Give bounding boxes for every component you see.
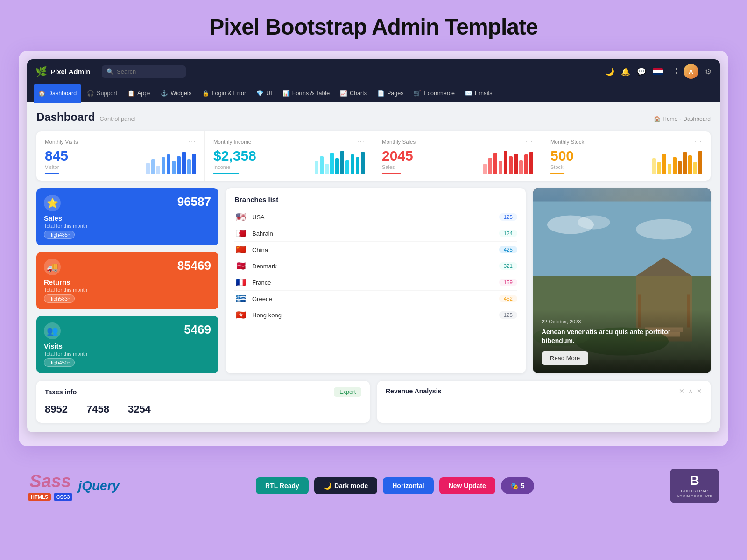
revenue-controls: ✕ ∧ ✕ [679,387,702,395]
menu-ui[interactable]: 💎 UI [252,84,277,103]
stat-visits-value: 845 [45,148,68,163]
sales-subtitle: Total for this month [44,223,211,229]
branch-usa: 🇺🇸 USA 125 [234,209,517,225]
image-date: 22 October, 2023 [542,319,702,324]
menu-widgets-icon: ⚓ [161,90,168,97]
avatar[interactable]: A [684,64,698,79]
revenue-expand-icon[interactable]: ✕ [697,387,702,395]
branch-france: 🇫🇷 France 159 [234,274,517,291]
new-update-button[interactable]: New Update [439,477,495,494]
search-box[interactable]: 🔍 [102,65,186,78]
stats-grid: Monthly Visits ··· 845 Visitor [36,131,711,181]
breadcrumb-icon: 🏠 [654,116,661,122]
image-card: 22 October, 2023 Aenean venenatis arcu q… [533,188,711,373]
moon-icon[interactable]: 🌙 [605,67,614,76]
flag-china: 🇨🇳 [234,245,247,254]
branch-name-france: France [252,279,494,286]
feature-badges: RTL Ready 🌙 Dark mode Horizontal New Upd… [256,477,534,494]
admin-frame: 🌿 Pixel Admin 🔍 🌙 🔔 💬 ⛶ A ⚙ [27,59,720,432]
branch-name-hongkong: Hong kong [252,312,494,319]
tax-value-1: 8952 [45,403,68,415]
flag-bahrain: 🇧🇭 [234,229,247,238]
menu-forms-table[interactable]: 📊 Forms & Table [278,84,334,103]
revenue-collapse-icon[interactable]: ∧ [688,387,693,395]
count-icon: 🎭 [510,482,518,490]
count-button[interactable]: 🎭 5 [501,477,534,494]
menu-emails-label: Emails [475,90,493,97]
branch-count-france: 159 [499,279,517,286]
menu-charts[interactable]: 📈 Charts [335,84,372,103]
read-more-button[interactable]: Read More [542,351,588,365]
breadcrumb-home[interactable]: Home [662,116,677,122]
branch-name-bahrain: Bahrain [252,230,494,237]
stat-monthly-income: Monthly Income ··· $2,358 Income [205,131,374,181]
menu-widgets[interactable]: ⚓ Widgets [156,84,196,103]
horizontal-button[interactable]: Horizontal [383,477,433,494]
menubar: 🏠 Dashboard 🎧 Support 📋 Apps ⚓ Widgets 🔒… [27,84,720,102]
menu-forms-label: Forms & Table [292,90,330,97]
menu-dashboard[interactable]: 🏠 Dashboard [34,84,81,103]
chat-icon[interactable]: 💬 [637,67,646,76]
flag-hongkong: 🇭🇰 [234,310,247,320]
dark-mode-icon: 🌙 [324,482,331,490]
menu-support-icon: 🎧 [87,90,94,97]
flag-usa: 🇺🇸 [234,212,247,222]
stat-income-menu[interactable]: ··· [357,138,365,146]
branch-name-denmark: Denmark [252,263,494,270]
stat-stock-sub: Stock [550,164,574,170]
tax-value-2: 7458 [86,403,109,415]
image-overlay: 22 October, 2023 Aenean venenatis arcu q… [533,309,711,373]
menu-dashboard-icon: 🏠 [38,90,46,97]
branch-count-china: 425 [499,246,517,253]
taxes-card: Taxes info Export 8952 7458 3254 [36,381,370,423]
dark-mode-button[interactable]: 🌙 Dark mode [314,477,377,494]
stat-visits-label: Monthly Visits [45,139,78,145]
menu-apps[interactable]: 📋 Apps [123,84,155,103]
stat-visits-chart [146,151,196,174]
flag-greece: 🇬🇷 [234,294,247,303]
bootstrap-logo: B BOOTSTRAP Admin Template [670,469,719,503]
stat-monthly-stock: Monthly Stock ··· 500 Stock [542,131,711,181]
page-title: Pixel Bootstrap Admin Template [0,0,747,51]
export-button[interactable]: Export [334,387,361,397]
returns-icon: 🚚 [44,259,61,275]
bootstrap-sublabel: Admin Template [677,494,712,498]
menu-ecommerce[interactable]: 🛒 Ecommerce [409,84,459,103]
branch-count-bahrain: 124 [499,230,517,237]
stat-visits-menu[interactable]: ··· [189,138,196,146]
stat-income-chart [315,151,365,174]
branch-bahrain: 🇧🇭 Bahrain 124 [234,225,517,242]
menu-ui-icon: 💎 [256,90,264,97]
bell-icon[interactable]: 🔔 [621,67,630,76]
settings-icon[interactable]: ⚙ [705,67,712,76]
branches-title: Branches list [234,196,517,203]
stat-stock-menu[interactable]: ··· [695,138,702,146]
flag-icon[interactable] [653,68,663,75]
dark-mode-label: Dark mode [334,482,368,490]
menu-login-error[interactable]: 🔒 Login & Error [197,84,251,103]
html5-badge: HTML5 [28,493,51,501]
rtl-ready-button[interactable]: RTL Ready [256,477,309,494]
menu-login-icon: 🔒 [202,90,210,97]
search-input[interactable] [117,68,173,75]
returns-badge: High583↑ [44,294,75,303]
stat-sales-menu[interactable]: ··· [526,138,533,146]
fullscreen-icon[interactable]: ⛶ [669,67,677,76]
branch-china: 🇨🇳 China 425 [234,242,517,258]
returns-title: Returns [44,278,211,286]
branch-count-hongkong: 125 [499,311,517,319]
revenue-close-icon[interactable]: ✕ [679,387,684,395]
branch-name-china: China [252,246,494,253]
sass-logo: Sass [29,471,71,491]
menu-pages[interactable]: 📄 Pages [373,84,408,103]
content-area: Dashboard Control panel 🏠 Home - Dashboa… [27,102,720,432]
outer-frame: 🌿 Pixel Admin 🔍 🌙 🔔 💬 ⛶ A ⚙ [19,51,728,446]
tax-value-3: 3254 [128,403,151,415]
menu-apps-icon: 📋 [127,90,135,97]
heading-text: Dashboard [36,111,95,124]
menu-support[interactable]: 🎧 Support [82,84,122,103]
menu-support-label: Support [97,90,117,97]
stat-stock-value: 500 [550,148,574,163]
menu-emails[interactable]: ✉️ Emails [460,84,497,103]
heading-sub: Control panel [99,115,135,122]
